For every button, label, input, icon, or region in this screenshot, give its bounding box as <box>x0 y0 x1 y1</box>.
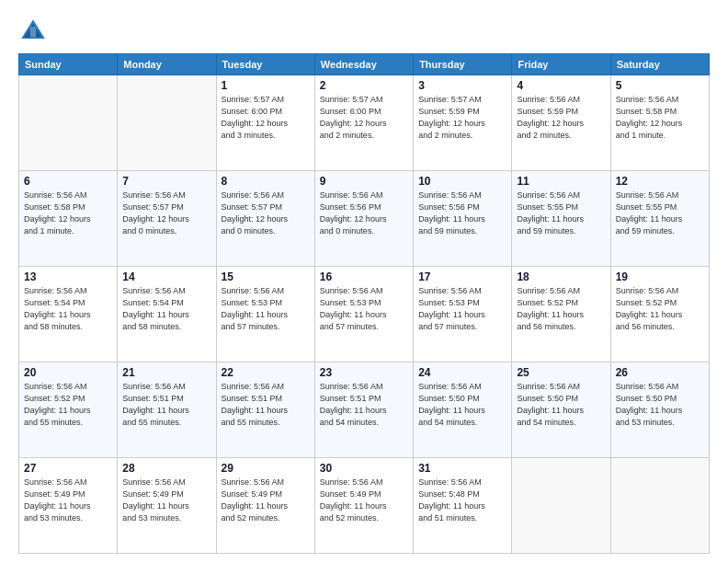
weekday-header: Monday <box>118 54 216 75</box>
weekday-row: SundayMondayTuesdayWednesdayThursdayFrid… <box>19 54 710 75</box>
calendar-cell: 24Sunrise: 5:56 AM Sunset: 5:50 PM Dayli… <box>414 362 512 458</box>
day-info: Sunrise: 5:56 AM Sunset: 5:48 PM Dayligh… <box>418 477 506 524</box>
day-info: Sunrise: 5:56 AM Sunset: 5:51 PM Dayligh… <box>320 381 408 429</box>
calendar-cell <box>118 75 216 171</box>
day-info: Sunrise: 5:56 AM Sunset: 5:55 PM Dayligh… <box>616 190 704 237</box>
day-info: Sunrise: 5:56 AM Sunset: 5:49 PM Dayligh… <box>222 477 310 524</box>
weekday-header: Saturday <box>610 54 709 75</box>
calendar-cell: 7Sunrise: 5:56 AM Sunset: 5:57 PM Daylig… <box>118 171 216 267</box>
calendar-week-row: 6Sunrise: 5:56 AM Sunset: 5:58 PM Daylig… <box>19 171 710 267</box>
calendar-cell: 6Sunrise: 5:56 AM Sunset: 5:58 PM Daylig… <box>19 171 118 267</box>
calendar-cell: 20Sunrise: 5:56 AM Sunset: 5:52 PM Dayli… <box>19 362 118 458</box>
calendar-cell <box>610 458 709 554</box>
day-number: 3 <box>418 79 506 92</box>
day-info: Sunrise: 5:56 AM Sunset: 5:57 PM Dayligh… <box>122 190 210 237</box>
weekday-header: Friday <box>512 54 610 75</box>
day-info: Sunrise: 5:56 AM Sunset: 5:49 PM Dayligh… <box>122 477 210 524</box>
day-info: Sunrise: 5:56 AM Sunset: 5:57 PM Dayligh… <box>222 190 310 237</box>
day-number: 6 <box>24 175 112 188</box>
calendar-cell: 31Sunrise: 5:56 AM Sunset: 5:48 PM Dayli… <box>414 458 512 554</box>
day-number: 22 <box>222 366 310 379</box>
calendar-cell: 18Sunrise: 5:56 AM Sunset: 5:52 PM Dayli… <box>512 267 610 362</box>
day-number: 17 <box>418 270 506 283</box>
day-info: Sunrise: 5:56 AM Sunset: 5:54 PM Dayligh… <box>122 285 210 333</box>
calendar-cell: 3Sunrise: 5:57 AM Sunset: 5:59 PM Daylig… <box>414 75 512 171</box>
day-number: 23 <box>320 366 408 379</box>
day-info: Sunrise: 5:56 AM Sunset: 5:56 PM Dayligh… <box>418 190 506 237</box>
day-number: 29 <box>222 462 310 475</box>
calendar-cell: 11Sunrise: 5:56 AM Sunset: 5:55 PM Dayli… <box>512 171 610 267</box>
day-number: 15 <box>222 270 310 283</box>
calendar-week-row: 1Sunrise: 5:57 AM Sunset: 6:00 PM Daylig… <box>19 75 710 171</box>
day-info: Sunrise: 5:56 AM Sunset: 5:59 PM Dayligh… <box>517 94 605 142</box>
day-number: 12 <box>616 175 704 188</box>
day-info: Sunrise: 5:56 AM Sunset: 5:49 PM Dayligh… <box>320 477 408 524</box>
day-info: Sunrise: 5:57 AM Sunset: 6:00 PM Dayligh… <box>320 94 408 142</box>
calendar-table: SundayMondayTuesdayWednesdayThursdayFrid… <box>18 53 710 554</box>
logo <box>18 17 51 46</box>
day-number: 19 <box>616 270 704 283</box>
day-number: 20 <box>24 366 112 379</box>
weekday-header: Thursday <box>414 54 512 75</box>
calendar-cell: 4Sunrise: 5:56 AM Sunset: 5:59 PM Daylig… <box>512 75 610 171</box>
day-number: 7 <box>122 175 210 188</box>
calendar-cell: 23Sunrise: 5:56 AM Sunset: 5:51 PM Dayli… <box>314 362 413 458</box>
day-number: 18 <box>517 270 605 283</box>
calendar-cell <box>19 75 118 171</box>
svg-rect-2 <box>30 27 36 37</box>
day-number: 21 <box>122 366 210 379</box>
day-info: Sunrise: 5:56 AM Sunset: 5:53 PM Dayligh… <box>222 285 310 333</box>
day-info: Sunrise: 5:57 AM Sunset: 5:59 PM Dayligh… <box>418 94 506 142</box>
calendar-week-row: 27Sunrise: 5:56 AM Sunset: 5:49 PM Dayli… <box>19 458 710 554</box>
day-info: Sunrise: 5:56 AM Sunset: 5:55 PM Dayligh… <box>517 190 605 237</box>
calendar-cell: 28Sunrise: 5:56 AM Sunset: 5:49 PM Dayli… <box>118 458 216 554</box>
day-number: 9 <box>320 175 408 188</box>
calendar-cell: 10Sunrise: 5:56 AM Sunset: 5:56 PM Dayli… <box>414 171 512 267</box>
calendar-cell: 25Sunrise: 5:56 AM Sunset: 5:50 PM Dayli… <box>512 362 610 458</box>
calendar-cell: 27Sunrise: 5:56 AM Sunset: 5:49 PM Dayli… <box>19 458 118 554</box>
calendar-cell: 29Sunrise: 5:56 AM Sunset: 5:49 PM Dayli… <box>216 458 314 554</box>
day-number: 10 <box>418 175 506 188</box>
day-number: 30 <box>320 462 408 475</box>
calendar-cell: 19Sunrise: 5:56 AM Sunset: 5:52 PM Dayli… <box>610 267 709 362</box>
day-info: Sunrise: 5:56 AM Sunset: 5:58 PM Dayligh… <box>24 190 112 237</box>
logo-icon <box>18 17 48 46</box>
day-number: 4 <box>517 79 605 92</box>
day-info: Sunrise: 5:56 AM Sunset: 5:56 PM Dayligh… <box>320 190 408 237</box>
day-info: Sunrise: 5:56 AM Sunset: 5:51 PM Dayligh… <box>122 381 210 429</box>
weekday-header: Wednesday <box>314 54 413 75</box>
day-number: 8 <box>222 175 310 188</box>
day-number: 11 <box>517 175 605 188</box>
day-info: Sunrise: 5:56 AM Sunset: 5:50 PM Dayligh… <box>517 381 605 429</box>
day-info: Sunrise: 5:56 AM Sunset: 5:51 PM Dayligh… <box>222 381 310 429</box>
day-info: Sunrise: 5:56 AM Sunset: 5:49 PM Dayligh… <box>24 477 112 524</box>
calendar-cell: 21Sunrise: 5:56 AM Sunset: 5:51 PM Dayli… <box>118 362 216 458</box>
day-info: Sunrise: 5:57 AM Sunset: 6:00 PM Dayligh… <box>222 94 310 142</box>
calendar-cell: 8Sunrise: 5:56 AM Sunset: 5:57 PM Daylig… <box>216 171 314 267</box>
day-number: 25 <box>517 366 605 379</box>
day-info: Sunrise: 5:56 AM Sunset: 5:50 PM Dayligh… <box>418 381 506 429</box>
calendar-cell: 9Sunrise: 5:56 AM Sunset: 5:56 PM Daylig… <box>314 171 413 267</box>
calendar-cell: 26Sunrise: 5:56 AM Sunset: 5:50 PM Dayli… <box>610 362 709 458</box>
calendar-cell: 16Sunrise: 5:56 AM Sunset: 5:53 PM Dayli… <box>314 267 413 362</box>
day-number: 31 <box>418 462 506 475</box>
day-number: 27 <box>24 462 112 475</box>
calendar-body: 1Sunrise: 5:57 AM Sunset: 6:00 PM Daylig… <box>19 75 710 554</box>
calendar-cell: 14Sunrise: 5:56 AM Sunset: 5:54 PM Dayli… <box>118 267 216 362</box>
day-number: 1 <box>222 79 310 92</box>
day-info: Sunrise: 5:56 AM Sunset: 5:52 PM Dayligh… <box>24 381 112 429</box>
weekday-header: Sunday <box>19 54 118 75</box>
day-number: 16 <box>320 270 408 283</box>
header <box>18 17 710 46</box>
day-info: Sunrise: 5:56 AM Sunset: 5:58 PM Dayligh… <box>616 94 704 142</box>
day-info: Sunrise: 5:56 AM Sunset: 5:50 PM Dayligh… <box>616 381 704 429</box>
day-number: 26 <box>616 366 704 379</box>
day-number: 24 <box>418 366 506 379</box>
calendar-cell: 30Sunrise: 5:56 AM Sunset: 5:49 PM Dayli… <box>314 458 413 554</box>
calendar-cell: 15Sunrise: 5:56 AM Sunset: 5:53 PM Dayli… <box>216 267 314 362</box>
day-info: Sunrise: 5:56 AM Sunset: 5:52 PM Dayligh… <box>517 285 605 333</box>
calendar-week-row: 20Sunrise: 5:56 AM Sunset: 5:52 PM Dayli… <box>19 362 710 458</box>
calendar-cell: 22Sunrise: 5:56 AM Sunset: 5:51 PM Dayli… <box>216 362 314 458</box>
day-info: Sunrise: 5:56 AM Sunset: 5:53 PM Dayligh… <box>320 285 408 333</box>
calendar-cell: 1Sunrise: 5:57 AM Sunset: 6:00 PM Daylig… <box>216 75 314 171</box>
